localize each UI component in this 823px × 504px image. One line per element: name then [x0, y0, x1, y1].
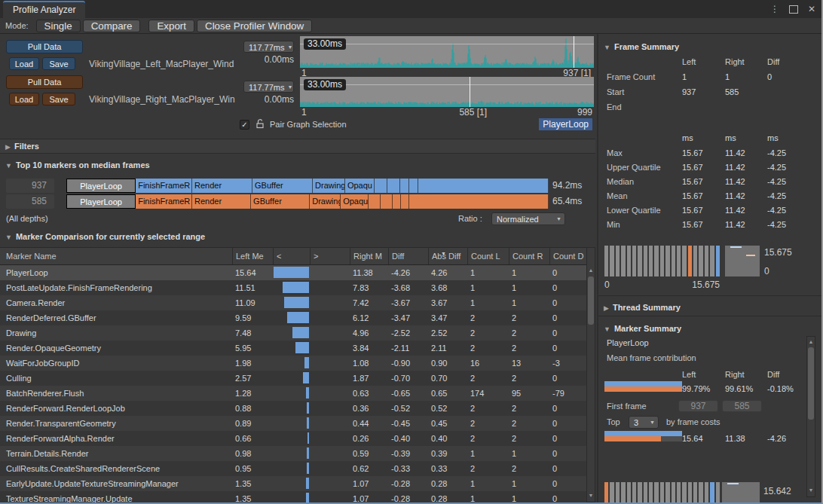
frame-number-button[interactable]: 937: [6, 179, 54, 193]
pull-data-left-button[interactable]: Pull Data: [6, 40, 83, 53]
histogram-bar: [654, 246, 658, 276]
table-row[interactable]: Render.TransparentGeometry0.890.44-0.450…: [0, 416, 586, 431]
save-right-button[interactable]: Save: [42, 93, 75, 105]
frame-graph-left[interactable]: 33.00ms: [300, 36, 594, 68]
table-scrollbar[interactable]: ▲ ▼: [586, 247, 595, 502]
table-row[interactable]: RenderForwardAlpha.Render0.660.26-0.400.…: [0, 431, 586, 446]
frame-number-button[interactable]: 585: [6, 194, 54, 209]
pair-graph-selection-checkbox[interactable]: ✓: [240, 120, 249, 130]
scroll-thumb[interactable]: [588, 276, 594, 325]
right-depth-dropdown[interactable]: 117.77ms▼: [243, 81, 294, 93]
histogram-bar: [604, 246, 608, 276]
load-right-button[interactable]: Load: [9, 93, 39, 105]
marker-segment[interactable]: [381, 194, 393, 209]
marker-segment[interactable]: Drawing: [310, 194, 341, 209]
frame-graph-right[interactable]: 33.00ms: [300, 77, 594, 107]
marker-segment[interactable]: [409, 194, 549, 209]
table-row[interactable]: Render.OpaqueGeometry5.953.84-2.112.1122…: [0, 341, 586, 356]
maximize-icon[interactable]: [789, 5, 798, 14]
frame-total-label: 65.4ms: [552, 194, 582, 209]
scroll-up-icon[interactable]: ▲: [807, 338, 815, 347]
thread-summary-header[interactable]: ▶Thread Summary: [598, 300, 821, 316]
marker-segment[interactable]: [418, 179, 549, 193]
marker-segment[interactable]: [387, 179, 400, 193]
column-header[interactable]: Count L: [467, 248, 509, 264]
scroll-up-icon[interactable]: ▲: [587, 266, 595, 275]
mode-single-button[interactable]: Single: [36, 20, 81, 32]
table-row[interactable]: PostLateUpdate.FinishFrameRendering11.51…: [0, 280, 586, 295]
column-header[interactable]: Marker Name: [0, 248, 232, 264]
marker-segment[interactable]: Render: [192, 179, 252, 193]
histogram-bar: [616, 482, 620, 504]
marker-segment[interactable]: Opaqu: [341, 194, 369, 209]
right-panel-scrollbar[interactable]: ▲ ▼: [806, 336, 815, 497]
column-header[interactable]: Left Me: [232, 248, 273, 264]
histogram-bar: [627, 482, 631, 504]
toolbar: Mode: Single Compare Export Close Profil…: [0, 18, 821, 34]
table-row[interactable]: TextureStreamingManager.Update1.351.07-0…: [0, 491, 586, 502]
ratio-dropdown[interactable]: Normalized▼: [491, 212, 565, 225]
column-header[interactable]: Count D: [549, 248, 586, 264]
column-header[interactable]: Count R: [509, 248, 549, 264]
lock-open-icon[interactable]: [255, 118, 265, 130]
kebab-menu-icon[interactable]: ⋮: [770, 4, 779, 14]
mode-compare-button[interactable]: Compare: [83, 20, 141, 32]
left-depth-dropdown[interactable]: 117.77ms▼: [243, 41, 294, 53]
marker-segment[interactable]: PlayerLoop: [66, 194, 136, 209]
scroll-thumb[interactable]: [808, 347, 814, 420]
marker-segment[interactable]: FinishFrameR: [136, 179, 192, 193]
marker-segment[interactable]: FinishFrameR: [136, 194, 192, 209]
table-row[interactable]: BatchRenderer.Flush1.280.63-0.650.651749…: [0, 386, 586, 401]
profile-analyzer-tab[interactable]: Profile Analyzer: [3, 1, 85, 18]
marker-segment[interactable]: Opaqu: [345, 179, 375, 193]
marker-segment[interactable]: [375, 179, 387, 193]
close-profiler-window-button[interactable]: Close Profiler Window: [197, 20, 312, 32]
filters-header[interactable]: ▶Filters: [0, 139, 595, 154]
column-header[interactable]: Right M: [350, 248, 388, 264]
export-button[interactable]: Export: [148, 20, 194, 32]
column-header[interactable]: Diff: [388, 248, 428, 264]
table-row[interactable]: Camera.Render11.097.42-3.673.67110: [0, 295, 586, 310]
top10-header[interactable]: ▼Top 10 markers on median frames: [0, 158, 595, 173]
first-frame-left-button[interactable]: 937: [678, 400, 718, 412]
frame-summary-header[interactable]: ▼Frame Summary: [598, 39, 821, 55]
marker-segment[interactable]: GBuffer: [252, 179, 313, 193]
table-row[interactable]: RenderDeferred.GBuffer9.596.12-3.473.472…: [0, 310, 586, 325]
ratio-label: Ratio :: [458, 214, 482, 223]
scroll-down-icon[interactable]: ▼: [807, 486, 815, 495]
marker-segment[interactable]: [393, 194, 401, 209]
marker-segment[interactable]: [401, 194, 409, 209]
load-left-button[interactable]: Load: [9, 57, 39, 70]
marker-segment[interactable]: Render: [192, 194, 251, 209]
marker-segment[interactable]: Drawing: [313, 179, 345, 193]
marker-segment[interactable]: [400, 179, 409, 193]
table-row[interactable]: Terrain.Details.Render0.980.59-0.390.391…: [0, 446, 586, 461]
marker-segment[interactable]: [409, 179, 418, 193]
table-row[interactable]: WaitForJobGroupID1.981.08-0.900.901613-3: [0, 356, 586, 371]
marker-segment[interactable]: PlayerLoop: [66, 179, 136, 193]
pull-data-right-button[interactable]: Pull Data: [6, 75, 83, 89]
first-frame-right-button[interactable]: 585: [722, 400, 762, 412]
column-header[interactable]: Abs Diff▼: [428, 248, 467, 264]
histogram-bar: [677, 246, 681, 276]
left-value-bar: [304, 357, 309, 368]
table-row[interactable]: CullResults.CreateSharedRendererScene0.9…: [0, 461, 586, 476]
top-count-dropdown[interactable]: 3▼: [629, 416, 659, 429]
table-row[interactable]: Culling2.571.87-0.700.70220: [0, 371, 586, 386]
close-icon[interactable]: ✕: [808, 4, 815, 14]
panel-divider: [597, 34, 598, 502]
table-row[interactable]: Drawing7.484.96-2.522.52220: [0, 325, 586, 341]
table-row[interactable]: PlayerLoop15.6411.38-4.264.26110: [0, 265, 586, 280]
table-row[interactable]: EarlyUpdate.UpdateTextureStreamingManage…: [0, 476, 586, 491]
first-frame-label: First frame: [607, 402, 647, 411]
save-left-button[interactable]: Save: [42, 57, 75, 70]
marker-summary-header[interactable]: ▼Marker Summary: [598, 321, 821, 337]
comparison-header[interactable]: ▼Marker Comparison for currently selecte…: [0, 230, 595, 245]
marker-segment[interactable]: GBuffer: [251, 194, 310, 209]
scroll-down-icon[interactable]: ▼: [587, 491, 595, 500]
table-row[interactable]: RenderForward.RenderLoopJob0.880.36-0.52…: [0, 401, 586, 416]
marker-segment[interactable]: [369, 194, 381, 209]
column-header[interactable]: >: [310, 248, 350, 264]
stat-row: End: [603, 100, 823, 115]
column-header[interactable]: <: [273, 248, 310, 264]
